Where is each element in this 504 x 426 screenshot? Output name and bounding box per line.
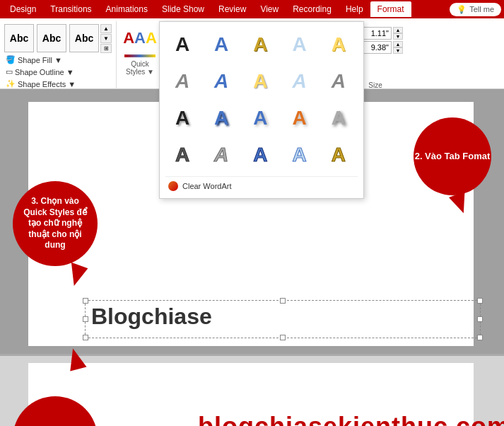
tab-review[interactable]: Review xyxy=(211,1,253,17)
callout-quick-styles-text: 3. Chọn vào Quick Styles để tạo chữ nghệ… xyxy=(13,190,98,257)
wordart-style-1-2[interactable]: A xyxy=(204,28,238,62)
wordart-style-3-4[interactable]: A xyxy=(283,101,317,135)
wordart-dropdown: A A A A A A A A A A A A A A A A A A xyxy=(159,21,364,199)
handle-bottom-middle[interactable] xyxy=(280,335,286,340)
qs-a-red: A xyxy=(123,29,134,47)
shape-styles-area: Abc Abc Abc ▲ ▼ ⊞ xyxy=(4,21,112,53)
wordart-style-2-3[interactable]: A xyxy=(243,64,277,98)
shape-box-1[interactable]: Abc xyxy=(4,24,34,52)
tab-design[interactable]: Design xyxy=(3,1,43,17)
tab-bar: Design Transitions Animations Slide Show… xyxy=(0,0,504,18)
clear-wordart-icon xyxy=(168,181,178,191)
quick-styles-label: QuickStyles ▼ xyxy=(122,60,158,76)
wordart-style-3-2[interactable]: A xyxy=(204,101,238,135)
shape-arrows: ▲ ▼ ⊞ xyxy=(100,24,112,53)
callout-quick-styles: 3. Chọn vào Quick Styles để tạo chữ nghệ… xyxy=(13,181,98,266)
outline-icon: ▭ xyxy=(6,67,13,76)
qs-a-blue: A xyxy=(134,29,146,47)
fill-icon: 🪣 xyxy=(6,55,16,64)
lower-area: blogchiasekienthuc.com 1. Quét chọn nội … xyxy=(0,354,504,426)
shape-scroll-up[interactable]: ▲ xyxy=(100,24,112,33)
shape-options: 🪣 Shape Fill ▼ ▭ Shape Outline ▼ ✨ Shape… xyxy=(4,54,112,89)
tab-help[interactable]: Help xyxy=(339,1,370,17)
width-up[interactable]: ▲ xyxy=(393,41,403,47)
lower-slide-text: blogchiasekienthuc.com xyxy=(28,412,504,426)
callout-format-text: 2. Vào Tab Fomat xyxy=(415,151,491,163)
clear-wordart-label: Clear WordArt xyxy=(182,182,231,190)
outline-arrow-icon: ▼ xyxy=(66,68,74,76)
callout-select-text: 1. Quét chọn nội dung xyxy=(13,422,98,426)
wordart-style-1-1[interactable]: A xyxy=(165,28,199,62)
tab-view[interactable]: View xyxy=(253,1,286,17)
width-down[interactable]: ▼ xyxy=(393,47,403,54)
height-up[interactable]: ▲ xyxy=(393,27,403,33)
shape-preview-boxes: Abc Abc Abc xyxy=(4,24,99,52)
wordart-style-2-5[interactable]: A xyxy=(322,64,356,98)
tab-recording[interactable]: Recording xyxy=(286,1,339,17)
effects-arrow-icon: ▼ xyxy=(68,80,76,88)
wordart-style-1-5[interactable]: A xyxy=(322,28,356,62)
slide-text-content: Blogchiase xyxy=(86,301,480,333)
wordart-grid: A A A A A A A A A A A A A A A A A A xyxy=(165,28,358,172)
wordart-style-4-2[interactable]: A xyxy=(204,138,238,172)
shape-outline-btn[interactable]: ▭ Shape Outline ▼ xyxy=(4,67,112,77)
wordart-style-4-4[interactable]: A xyxy=(283,138,317,172)
wordart-style-4-3[interactable]: A xyxy=(243,138,277,172)
handle-top-middle[interactable] xyxy=(280,298,286,304)
shape-box-3[interactable]: Abc xyxy=(69,24,99,52)
handle-bottom-right[interactable] xyxy=(477,335,483,340)
height-spinners: ▲ ▼ xyxy=(393,27,403,40)
shape-box-2[interactable]: Abc xyxy=(37,24,66,52)
handle-middle-left[interactable] xyxy=(83,316,88,322)
shape-fill-btn[interactable]: 🪣 Shape Fill ▼ xyxy=(4,54,112,65)
tab-format[interactable]: Format xyxy=(370,1,411,17)
wordart-style-4-1[interactable]: A xyxy=(165,138,199,172)
height-down[interactable]: ▼ xyxy=(393,33,403,40)
wordart-style-2-1[interactable]: A xyxy=(165,64,199,98)
handle-middle-right[interactable] xyxy=(477,316,483,322)
shape-styles-section: Abc Abc Abc ▲ ▼ ⊞ 🪣 Shape Fill ▼ ▭ Shape… xyxy=(4,21,117,89)
wordart-style-3-5[interactable]: A xyxy=(322,101,356,135)
wordart-style-2-2[interactable]: A xyxy=(204,64,238,98)
selected-textbox[interactable]: Blogchiase xyxy=(85,300,481,338)
tell-me-box[interactable]: 💡 Tell me xyxy=(450,3,501,16)
fill-arrow-icon: ▼ xyxy=(54,56,62,64)
width-spinners: ▲ ▼ xyxy=(393,41,403,54)
callout-format-tab: 2. Vào Tab Fomat xyxy=(414,117,491,195)
qs-letters: A A A xyxy=(123,29,157,47)
qs-underline xyxy=(124,54,156,57)
handle-top-left[interactable] xyxy=(83,298,88,304)
shape-outline-label: Shape Outline xyxy=(15,68,64,76)
lower-slide: blogchiasekienthuc.com xyxy=(28,363,474,426)
wordart-style-1-3[interactable]: A xyxy=(243,28,277,62)
ribbon: Abc Abc Abc ▲ ▼ ⊞ 🪣 Shape Fill ▼ ▭ Shape… xyxy=(0,18,504,89)
wordart-style-2-4[interactable]: A xyxy=(283,64,317,98)
shape-effects-label: Shape Effects xyxy=(18,80,66,88)
quick-styles-button[interactable]: A A A xyxy=(122,21,158,59)
clear-wordart-btn[interactable]: Clear WordArt xyxy=(165,176,358,192)
wordart-style-3-1[interactable]: A xyxy=(165,101,199,135)
tab-transitions[interactable]: Transitions xyxy=(43,1,98,17)
wordart-style-1-4[interactable]: A xyxy=(283,28,317,62)
wordart-style-4-5[interactable]: A xyxy=(322,138,356,172)
quick-styles-icon: A A A xyxy=(124,23,156,54)
wordart-style-3-3[interactable]: A xyxy=(243,101,277,135)
shape-scroll-down[interactable]: ▼ xyxy=(100,34,112,43)
shape-effects-btn[interactable]: ✨ Shape Effects ▼ xyxy=(4,79,112,89)
shape-fill-label: Shape Fill xyxy=(18,56,52,64)
handle-top-right[interactable] xyxy=(477,298,483,304)
tab-slide-show[interactable]: Slide Show xyxy=(155,1,211,17)
qs-a-gold: A xyxy=(146,29,157,47)
quick-styles-section: A A A QuickStyles ▼ A A A A A A A A A xyxy=(122,21,163,84)
effects-icon: ✨ xyxy=(6,79,16,88)
lightbulb-icon: 💡 xyxy=(457,5,467,14)
shape-more[interactable]: ⊞ xyxy=(100,44,112,53)
tab-animations[interactable]: Animations xyxy=(99,1,155,17)
tell-me-label: Tell me xyxy=(469,5,494,13)
tab-right: 💡 Tell me xyxy=(450,3,501,16)
handle-bottom-left[interactable] xyxy=(83,335,88,340)
